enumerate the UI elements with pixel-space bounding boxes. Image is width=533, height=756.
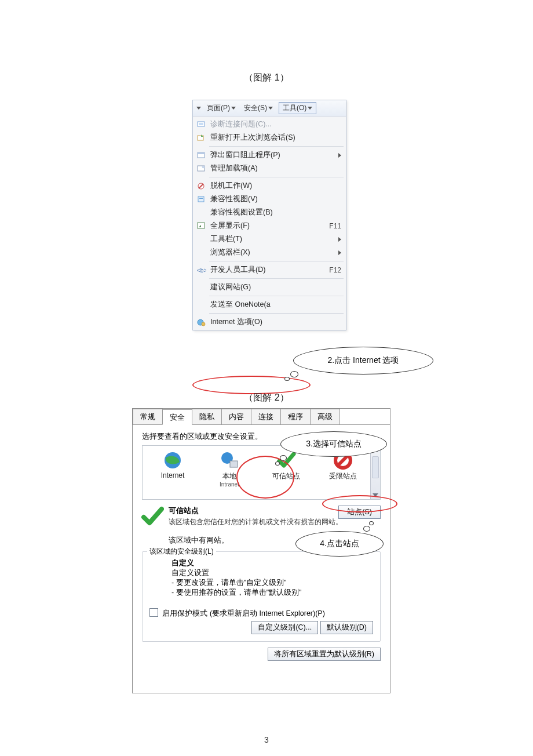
ie-toolbar: 页面(P) 安全(S) 工具(O) (193, 100, 346, 117)
svg-text:<b>: <b> (197, 267, 206, 274)
dev-tools-icon: <b> (196, 266, 207, 275)
menu-label: 工具栏(T) (210, 234, 324, 244)
svg-rect-1 (199, 123, 203, 125)
caption-fig1: （图解 1） (0, 72, 533, 84)
tab-programs[interactable]: 程序 (280, 409, 311, 424)
blank-icon (196, 283, 207, 292)
addons-icon (196, 164, 207, 173)
menu-internet-options[interactable]: Internet 选项(O) (193, 315, 346, 329)
zone-scrollbar[interactable] (370, 446, 380, 499)
menu-label: 脱机工作(W) (210, 181, 341, 191)
zone-label: 可信站点 (265, 471, 307, 481)
menu-label: 弹出窗口阻止程序(P) (210, 150, 324, 160)
svg-point-14 (202, 322, 205, 326)
compat-view-icon (196, 195, 207, 204)
check-icon (141, 504, 164, 528)
callout-step-2: 2.点击 Internet 选项 (293, 347, 433, 375)
offline-icon (196, 181, 207, 191)
zone-local-intranet[interactable]: 本地 Intranet (209, 450, 250, 488)
svg-rect-17 (230, 461, 238, 467)
chevron-right-icon (338, 237, 341, 242)
tab-content[interactable]: 内容 (221, 409, 251, 424)
menu-label: 重新打开上次浏览会话(S) (210, 133, 341, 143)
tab-general[interactable]: 常规 (133, 409, 163, 424)
menu-popup-blocker[interactable]: 弹出窗口阻止程序(P) (193, 148, 346, 162)
menu-send-to-onenote[interactable]: 发送至 OneNote(a (193, 298, 346, 311)
menu-dev-tools[interactable]: <b> 开发人员工具(D) F12 (193, 263, 346, 277)
menu-compat-view[interactable]: 兼容性视图(V) (193, 192, 346, 206)
chevron-down-icon (231, 107, 236, 110)
default-level-button[interactable]: 默认级别(D) (320, 621, 373, 634)
callout-step-4: 4.点击站点 (295, 531, 384, 557)
svg-point-6 (202, 165, 205, 168)
svg-rect-10 (199, 198, 203, 199)
toolbar-tools[interactable]: 工具(O) (279, 102, 316, 114)
dialog-tabs: 常规 安全 隐私 内容 连接 程序 高级 (133, 409, 390, 425)
menu-label: 建议网站(G) (210, 282, 341, 292)
svg-rect-9 (198, 197, 204, 202)
toolbar-safety[interactable]: 安全(S) (242, 102, 275, 114)
page-number: 3 (0, 735, 533, 744)
menu-label: 兼容性视图(V) (210, 194, 341, 204)
blank-icon (196, 248, 207, 257)
custom-line2: - 要使用推荐的设置，请单击"默认级别" (171, 588, 373, 598)
chevron-down-icon (268, 107, 273, 110)
callout-text: 4.点击站点 (320, 539, 359, 549)
menu-manage-addons[interactable]: 管理加载项(A) (193, 162, 346, 175)
check-icon (276, 450, 296, 470)
menu-toolbars[interactable]: 工具栏(T) (193, 232, 346, 246)
toolbar-page-label: 页面(P) (207, 103, 230, 113)
chevron-right-icon (338, 250, 341, 255)
menu-explorer-bars[interactable]: 浏览器栏(X) (193, 246, 346, 259)
zone-internet[interactable]: Internet (152, 450, 194, 488)
reopen-session-icon (196, 133, 207, 143)
custom-title: 自定义 (171, 558, 373, 568)
checkbox-icon (149, 608, 158, 617)
menu-compat-settings[interactable]: 兼容性视图设置(B) (193, 206, 346, 219)
custom-line1: - 要更改设置，请单击"自定义级别" (171, 578, 373, 588)
sites-button[interactable]: 站点(S) (338, 506, 381, 519)
menu-label: Internet 选项(O) (210, 317, 341, 327)
callout-text: 3.选择可信站点 (306, 439, 362, 449)
tab-advanced[interactable]: 高级 (310, 409, 340, 424)
menu-work-offline[interactable]: 脱机工作(W) (193, 179, 346, 192)
menu-label: 管理加载项(A) (210, 163, 341, 173)
callout-text: 2.点击 Internet 选项 (328, 355, 399, 366)
reset-all-zones-button[interactable]: 将所有区域重置为默认级别(R) (268, 648, 381, 661)
menu-label: 全屏显示(F) (210, 221, 324, 231)
menu-reopen-session[interactable]: 重新打开上次浏览会话(S) (193, 131, 346, 144)
toolbar-tools-label: 工具(O) (283, 103, 306, 113)
menu-label: 浏览器栏(X) (210, 248, 324, 257)
svg-rect-4 (198, 152, 205, 154)
security-level-group: 该区域的安全级别(L) 自定义 自定义设置 - 要更改设置，请单击"自定义级别"… (142, 551, 381, 642)
zone-label: 本地 (209, 471, 250, 481)
blank-icon (196, 235, 207, 244)
tools-menu-screenshot: 页面(P) 安全(S) 工具(O) 诊断连接问题(C)... (192, 100, 346, 330)
protected-mode-label: 启用保护模式 (要求重新启动 Internet Explorer)(P) (162, 609, 324, 617)
toolbar-page[interactable]: 页面(P) (205, 102, 238, 114)
custom-level-button[interactable]: 自定义级别(C)... (251, 621, 318, 634)
intranet-icon (220, 450, 239, 470)
menu-label: 诊断连接问题(C)... (210, 119, 341, 129)
network-diagnose-icon (196, 120, 207, 129)
globe-icon (163, 450, 182, 470)
menu-shortcut: F11 (324, 222, 341, 230)
blank-icon (196, 300, 207, 310)
tab-connections[interactable]: 连接 (251, 409, 281, 424)
menu-fullscreen[interactable]: 全屏显示(F) F11 (193, 219, 346, 232)
menu-label: 开发人员工具(D) (210, 265, 324, 275)
callout-step-3: 3.选择可信站点 (280, 431, 387, 457)
protected-mode-checkbox[interactable]: 启用保护模式 (要求重新启动 Internet Explorer)(P) (149, 609, 325, 617)
tab-security[interactable]: 安全 (162, 409, 192, 425)
blank-icon (196, 208, 207, 217)
menu-label: 兼容性视图设置(B) (210, 208, 341, 217)
popup-blocker-icon (196, 151, 207, 160)
menu-suggested-sites[interactable]: 建议网站(G) (193, 281, 346, 294)
caption-fig2: （图解 2） (0, 392, 533, 404)
menu-diagnose[interactable]: 诊断连接问题(C)... (193, 118, 346, 131)
toolbar-safety-label: 安全(S) (244, 103, 267, 113)
chevron-right-icon (338, 153, 341, 158)
tab-privacy[interactable]: 隐私 (192, 409, 222, 424)
zone-sublabel: Intranet (209, 481, 250, 488)
security-level-legend: 该区域的安全级别(L) (147, 547, 216, 557)
